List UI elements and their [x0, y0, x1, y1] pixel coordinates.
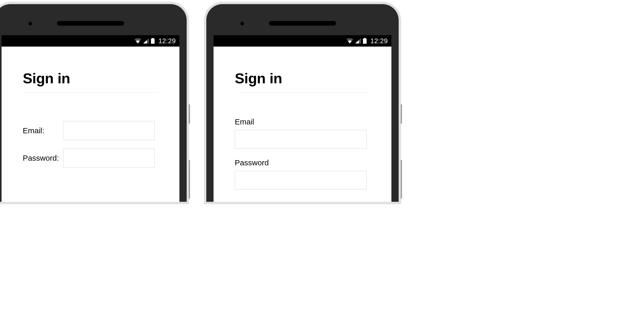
- email-row: Email:: [23, 121, 158, 140]
- page-title: Sign in: [235, 70, 370, 87]
- email-label: Email:: [23, 126, 63, 135]
- title-divider: [235, 92, 370, 93]
- phone-side-button: [401, 104, 402, 124]
- cellular-icon: [355, 38, 361, 43]
- password-label: Password: [235, 158, 370, 167]
- wifi-icon: [134, 38, 141, 43]
- signin-form: Email Password: [235, 117, 370, 189]
- cellular-icon: [143, 38, 149, 43]
- email-input[interactable]: [63, 121, 155, 140]
- phone-camera: [28, 22, 32, 25]
- svg-rect-0: [152, 38, 154, 39]
- wifi-icon: [346, 38, 353, 43]
- email-group: Email: [235, 117, 370, 149]
- phone-mockup-left: 12:29 Sign in Email: Password:: [0, 2, 189, 204]
- phone-mockup-right: 12:29 Sign in Email Password: [204, 2, 401, 204]
- password-group: Password: [235, 158, 370, 189]
- phone-bezel: 12:29 Sign in Email: Password:: [0, 4, 187, 202]
- phone-camera: [240, 22, 244, 25]
- battery-icon: [151, 38, 155, 44]
- email-label: Email: [235, 117, 370, 126]
- phone-speaker: [269, 21, 336, 26]
- phone-side-button: [189, 160, 190, 199]
- svg-rect-2: [364, 38, 366, 39]
- phone-screen: 12:29 Sign in Email Password: [214, 35, 391, 202]
- page-content: Sign in Email: Password:: [2, 47, 179, 202]
- phone-bezel: 12:29 Sign in Email Password: [206, 4, 399, 202]
- password-input[interactable]: [63, 149, 155, 168]
- phone-top-hardware: [2, 11, 179, 35]
- battery-icon: [363, 38, 367, 44]
- svg-rect-1: [151, 39, 155, 44]
- password-input[interactable]: [235, 171, 367, 189]
- password-label: Password:: [23, 154, 63, 162]
- title-divider: [23, 92, 158, 93]
- password-row: Password:: [23, 149, 158, 168]
- phone-side-button: [401, 160, 402, 199]
- page-content: Sign in Email Password: [214, 47, 391, 202]
- email-input[interactable]: [235, 130, 367, 149]
- phone-top-hardware: [214, 11, 391, 35]
- status-time: 12:29: [158, 37, 176, 45]
- status-bar: 12:29: [2, 35, 179, 47]
- phone-speaker: [57, 21, 124, 26]
- phone-side-button: [189, 104, 190, 124]
- page-title: Sign in: [23, 70, 158, 87]
- signin-form: Email: Password:: [23, 121, 158, 168]
- phone-screen: 12:29 Sign in Email: Password:: [2, 35, 179, 202]
- status-time: 12:29: [370, 37, 388, 45]
- status-bar: 12:29: [214, 35, 391, 47]
- svg-rect-3: [363, 39, 367, 44]
